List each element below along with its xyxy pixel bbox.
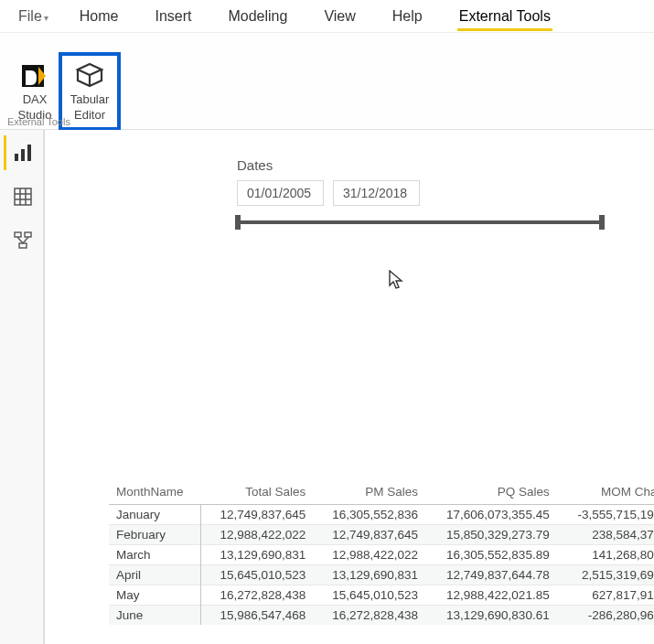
svg-rect-10 (25, 232, 31, 237)
slicer-inputs: 01/01/2005 31/12/2018 (237, 180, 603, 206)
table-header-row: MonthName Total Sales PM Sales PQ Sales … (109, 479, 654, 505)
sales-table[interactable]: MonthName Total Sales PM Sales PQ Sales … (109, 479, 654, 625)
table-row: January 12,749,837,645 16,305,552,836 17… (109, 505, 654, 525)
tab-help[interactable]: Help (374, 3, 441, 30)
tab-external-tools[interactable]: External Tools (441, 3, 569, 30)
chevron-down-icon: ▾ (44, 13, 48, 23)
file-menu-label: File (18, 8, 42, 24)
col-mom-change[interactable]: MOM Change (557, 479, 654, 505)
tabular-editor-icon (74, 59, 105, 92)
ribbon-group: DAX Studio Tabular Editor External Tools (0, 33, 654, 130)
report-view-icon[interactable] (4, 135, 40, 170)
main-area: Dates 01/01/2005 31/12/2018 MonthName To… (0, 130, 654, 644)
slicer-title: Dates (237, 157, 603, 173)
col-total-sales[interactable]: Total Sales (200, 479, 313, 505)
dax-studio-icon (20, 59, 49, 92)
col-pq-sales[interactable]: PQ Sales (425, 479, 557, 505)
table-row: April 15,645,010,523 13,129,690,831 12,7… (109, 565, 654, 585)
tab-view[interactable]: View (306, 3, 373, 30)
cursor-icon (389, 270, 405, 293)
col-monthname[interactable]: MonthName (109, 479, 200, 505)
file-menu[interactable]: File▾ (5, 3, 61, 30)
svg-rect-1 (15, 154, 18, 161)
report-canvas[interactable]: Dates 01/01/2005 31/12/2018 MonthName To… (44, 130, 654, 644)
slicer-end-input[interactable]: 31/12/2018 (333, 180, 420, 206)
date-slicer[interactable]: Dates 01/01/2005 31/12/2018 (237, 157, 603, 230)
svg-rect-2 (21, 149, 25, 161)
svg-line-13 (23, 237, 28, 243)
svg-rect-11 (19, 243, 27, 248)
table-row: March 13,129,690,831 12,988,422,022 16,3… (109, 545, 654, 565)
slicer-start-input[interactable]: 01/01/2005 (237, 180, 324, 206)
ribbon-group-label: External Tools (7, 116, 70, 127)
tab-insert[interactable]: Insert (136, 3, 209, 30)
model-view-icon[interactable] (4, 223, 40, 258)
table-row: May 16,272,828,438 15,645,010,523 12,988… (109, 585, 654, 606)
ribbon-tabs: File▾ Home Insert Modeling View Help Ext… (0, 0, 654, 33)
svg-line-12 (17, 237, 23, 243)
view-rail (0, 130, 44, 644)
slicer-handle-start[interactable] (235, 215, 241, 230)
col-pm-sales[interactable]: PM Sales (313, 479, 425, 505)
svg-rect-9 (15, 232, 21, 237)
svg-rect-4 (15, 188, 31, 205)
table-row: February 12,988,422,022 12,749,837,645 1… (109, 525, 654, 545)
slicer-track[interactable] (237, 215, 603, 230)
slicer-bar (237, 220, 603, 224)
tab-modeling[interactable]: Modeling (209, 3, 306, 30)
slicer-handle-end[interactable] (599, 215, 605, 230)
tab-home[interactable]: Home (61, 3, 137, 30)
tabular-editor-button[interactable]: Tabular Editor (62, 56, 117, 127)
data-view-icon[interactable] (4, 179, 40, 214)
table-row: June 15,986,547,468 16,272,828,438 13,12… (109, 606, 654, 626)
svg-rect-3 (27, 145, 31, 161)
